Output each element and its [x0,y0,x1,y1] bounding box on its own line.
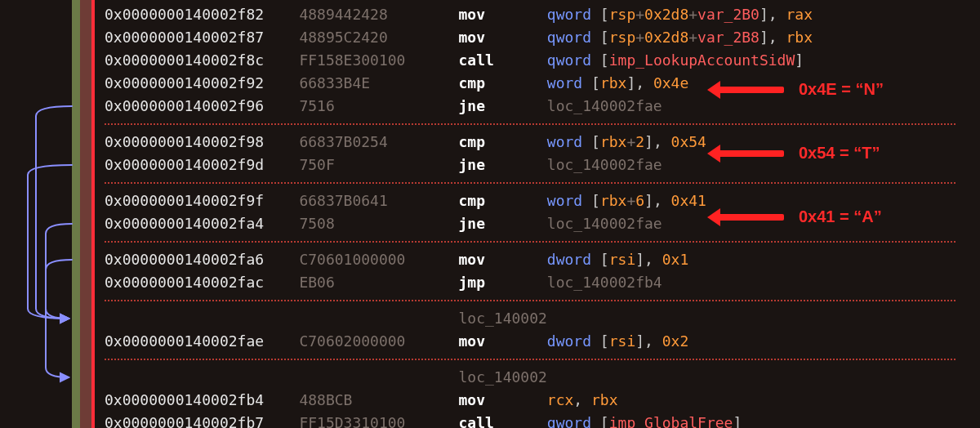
address: 0x0000000140002fae [105,330,299,353]
operands: dword [rsi], 0x2 [547,330,980,353]
bytes: FF15D3310100 [299,412,458,428]
address: 0x0000000140002fa6 [105,248,299,271]
address: 0x0000000140002f9f [105,189,299,212]
operands [547,366,980,389]
address: 0x0000000140002fa4 [105,212,299,235]
address: 0x0000000140002fac [105,271,299,294]
mnemonic: mov [458,389,546,412]
bytes: C70601000000 [299,248,458,271]
gutter-bar-green [72,0,80,428]
mnemonic: mov [458,248,546,271]
address: 0x0000000140002f8c [105,49,299,72]
bytes: 66837B0641 [299,189,458,212]
block-separator [105,235,980,248]
disasm-row: 0x0000000140002f9f 66837B0641 cmp word [… [105,189,980,212]
mnemonic: cmp [458,189,546,212]
bytes: EB06 [299,271,458,294]
bytes: 488BCB [299,389,458,412]
address: 0x0000000140002f87 [105,26,299,49]
address: 0x0000000140002f9d [105,154,299,176]
disasm-row: 0x0000000140002fa6 C70601000000 mov dwor… [105,248,980,271]
mnemonic: cmp [458,131,546,154]
address: 0x0000000140002f82 [105,3,299,26]
bytes: 7508 [299,212,458,235]
operands: qword [rsp+0x2d8+var_2B0], rax [547,3,980,26]
bytes: C70602000000 [299,330,458,353]
mnemonic: jne [458,95,546,118]
block-separator [105,353,980,366]
bytes: 66833B4E [299,72,458,95]
disasm-row: 0x0000000140002f82 4889442428 mov qword … [105,3,980,26]
operands: loc_140002fae [547,154,980,176]
disasm-row: 0x0000000140002f98 66837B0254 cmp word [… [105,131,980,154]
mnemonic: mov [458,26,546,49]
disasm-row: 0x0000000140002fa4 7508 jne loc_140002fa… [105,212,980,235]
operands: qword [imp_GlobalFree] [547,412,980,428]
operands: dword [rsi], 0x1 [547,248,980,271]
disasm-row: 0x0000000140002f92 66833B4E cmp word [rb… [105,72,980,95]
disassembly-view: 0x0000000140002f82 4889442428 mov qword … [0,0,980,428]
gutter-bar-brown [80,0,91,428]
operands: loc_140002fae [547,212,980,235]
address: 0x0000000140002f92 [105,72,299,95]
disasm-row: 0x0000000140002f9d 750F jne loc_140002fa… [105,154,980,176]
disasm-row: 0x0000000140002f8c FF158E300100 call qwo… [105,49,980,72]
operands: word [rbx+2], 0x54 [547,131,980,154]
block-separator [105,118,980,131]
address: 0x0000000140002fb7 [105,412,299,428]
gutter [0,0,95,428]
operands: qword [rsp+0x2d8+var_2B8], rbx [547,26,980,49]
disasm-row: 0x0000000140002fb4 488BCB mov rcx, rbx [105,389,980,412]
mnemonic: call [458,412,546,428]
label-row: loc_140002 [105,307,980,330]
operands: loc_140002fae [547,95,980,118]
operands: rcx, rbx [547,389,980,412]
disasm-row: 0x0000000140002f87 48895C2420 mov qword … [105,26,980,49]
label-row: loc_140002 [105,366,980,389]
disasm-row: 0x0000000140002fae C70602000000 mov dwor… [105,330,980,353]
address: 0x0000000140002f98 [105,131,299,154]
bytes: 48895C2420 [299,26,458,49]
mnemonic: cmp [458,72,546,95]
bytes [299,366,458,389]
mnemonic: jne [458,212,546,235]
address: 0x0000000140002fb4 [105,389,299,412]
mnemonic: mov [458,330,546,353]
disasm-row: 0x0000000140002f96 7516 jne loc_140002fa… [105,95,980,118]
mnemonic: loc_140002 [458,307,546,330]
disassembly-listing[interactable]: 0x0000000140002f82 4889442428 mov qword … [95,0,980,428]
block-separator [105,294,980,307]
bytes: 7516 [299,95,458,118]
mnemonic: call [458,49,546,72]
bytes: 750F [299,154,458,176]
operands: qword [imp_LookupAccountSidW] [547,49,980,72]
operands: word [rbx+6], 0x41 [547,189,980,212]
mnemonic: jmp [458,271,546,294]
bytes: 4889442428 [299,3,458,26]
disasm-row: 0x0000000140002fb7 FF15D3310100 call qwo… [105,412,980,428]
bytes: 66837B0254 [299,131,458,154]
address [105,366,299,389]
mnemonic: mov [458,3,546,26]
operands [547,307,980,330]
mnemonic: loc_140002 [458,366,546,389]
operands: loc_140002fb4 [547,271,980,294]
block-separator [105,176,980,189]
bytes [299,307,458,330]
address: 0x0000000140002f96 [105,95,299,118]
mnemonic: jne [458,154,546,176]
address [105,307,299,330]
bytes: FF158E300100 [299,49,458,72]
disasm-row: 0x0000000140002fac EB06 jmp loc_140002fb… [105,271,980,294]
operands: word [rbx], 0x4e [547,72,980,95]
